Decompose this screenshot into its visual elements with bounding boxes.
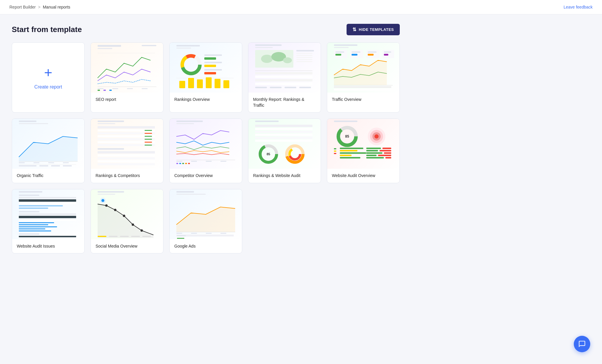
template-label-rankings-overview: Rankings Overview [170,93,242,107]
svg-rect-164 [19,213,76,215]
svg-rect-99 [145,133,152,134]
hide-templates-button[interactable]: ⇅ HIDE TEMPLATES [347,24,400,35]
svg-rect-152 [366,155,377,156]
svg-rect-2 [142,45,156,46]
template-preview-rwa: 85 [248,119,321,169]
template-preview-competitor [170,119,242,169]
svg-rect-121 [255,137,312,139]
template-preview-seo [91,43,163,93]
svg-rect-148 [366,150,378,151]
svg-rect-40 [296,57,312,58]
svg-rect-196 [220,233,226,234]
svg-rect-155 [385,157,391,158]
svg-rect-8 [142,88,148,89]
svg-rect-48 [255,87,267,88]
breadcrumb-root[interactable]: Report Builder [9,5,36,9]
create-report-label: Create report [34,84,62,90]
svg-rect-69 [334,89,391,91]
svg-rect-104 [176,121,203,122]
svg-marker-66 [334,60,387,85]
svg-rect-165 [19,216,76,218]
template-label-seo: SEO report [91,93,163,107]
svg-rect-5 [98,88,103,89]
svg-rect-53 [334,47,349,48]
template-card-seo[interactable]: SEO report [91,42,163,113]
svg-rect-167 [19,222,54,223]
create-report-card[interactable]: + Create report [12,42,85,113]
template-card-social[interactable]: Social Media Overview [91,189,163,254]
svg-rect-105 [176,123,194,124]
svg-rect-81 [51,165,60,166]
svg-rect-85 [98,126,155,128]
svg-point-181 [123,215,125,217]
template-card-monthly[interactable]: Monthly Report: Rankings & Traffic [248,42,321,113]
template-card-audit-issues[interactable]: Website Audit Issues [12,189,85,254]
template-card-rankings-overview[interactable]: Rankings Overview [169,42,242,113]
template-grid: + Create report [12,42,400,253]
svg-rect-46 [255,79,312,81]
template-card-audit-overview[interactable]: 85 [327,118,400,183]
template-card-rankings-comp[interactable]: Rankings & Competitors [91,118,163,183]
svg-rect-19 [204,57,216,60]
svg-rect-184 [98,236,106,237]
svg-rect-43 [255,71,312,71]
svg-rect-39 [296,55,312,56]
svg-rect-79 [19,165,36,166]
template-label-social: Social Media Overview [91,239,163,253]
svg-rect-95 [98,157,155,159]
template-label-monthly: Monthly Report: Rankings & Traffic [248,93,321,112]
svg-rect-25 [179,81,185,88]
svg-rect-139 [334,151,336,152]
svg-rect-172 [19,233,39,235]
svg-rect-59 [352,54,357,56]
template-preview-traffic-overview [327,43,399,93]
svg-rect-93 [98,151,155,153]
breadcrumb-current: Manual reports [43,5,70,9]
svg-rect-120 [255,134,312,136]
svg-rect-115 [188,163,190,164]
svg-rect-193 [176,233,182,234]
template-label-rankings-comp: Rankings & Competitors [91,169,163,183]
svg-rect-50 [285,87,296,88]
svg-rect-65 [384,54,388,56]
svg-rect-61 [368,51,377,53]
svg-rect-156 [19,191,42,193]
svg-rect-153 [378,155,391,156]
template-card-rwa[interactable]: 85 Rankings & Website Audit [248,118,321,183]
svg-rect-45 [255,76,312,78]
svg-rect-0 [98,45,121,47]
template-preview-rankings-comp [91,119,163,169]
section-title: Start from template [12,25,82,34]
template-label-audit-issues: Website Audit Issues [12,239,84,253]
svg-rect-82 [63,165,72,166]
svg-rect-100 [145,136,152,137]
svg-marker-72 [19,136,78,161]
svg-rect-21 [204,65,216,67]
leave-feedback-link[interactable]: Leave feedback [563,5,593,9]
svg-rect-56 [335,54,341,56]
svg-rect-147 [382,148,391,149]
svg-rect-47 [255,83,312,85]
svg-rect-28 [206,77,212,88]
template-label-audit-overview: Website Audit Overview [327,169,399,183]
svg-rect-194 [191,233,197,234]
svg-rect-190 [176,194,206,195]
svg-rect-144 [340,155,352,156]
svg-rect-110 [220,161,226,162]
svg-rect-20 [204,62,222,63]
svg-rect-32 [255,47,273,48]
breadcrumb-separator: > [38,5,41,9]
svg-rect-170 [19,228,45,229]
template-card-google-ads[interactable]: Google Ads [169,189,242,254]
svg-rect-77 [63,162,69,163]
template-card-organic[interactable]: Organic Traffic [12,118,85,183]
svg-rect-98 [145,130,152,131]
svg-rect-97 [98,163,155,165]
svg-rect-150 [366,152,382,154]
template-card-competitor[interactable]: Competitor Overview [169,118,242,183]
svg-rect-22 [204,69,222,71]
plus-icon: + [44,66,52,80]
template-label-traffic-overview: Traffic Overview [327,93,399,107]
template-card-traffic-overview[interactable]: Traffic Overview [327,42,400,113]
svg-rect-9 [98,90,100,91]
